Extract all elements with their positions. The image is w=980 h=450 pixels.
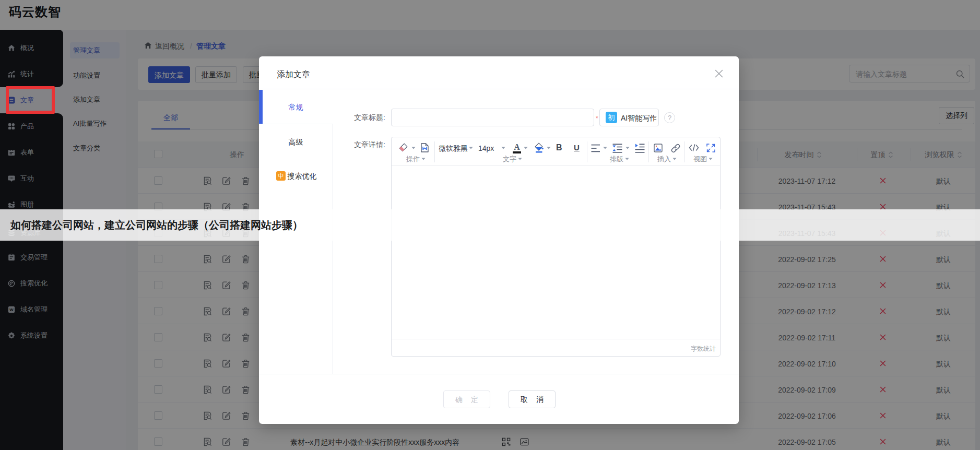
dropdown-caret-icon bbox=[672, 158, 677, 160]
dialog-tab-seo[interactable]: 中搜索优化 bbox=[259, 159, 333, 193]
article-title-input[interactable] bbox=[391, 109, 594, 126]
dropdown-caret-icon[interactable] bbox=[547, 147, 551, 149]
dialog-header-border bbox=[259, 89, 739, 89]
toolbar-divider bbox=[648, 141, 649, 162]
background-color-icon[interactable] bbox=[534, 143, 544, 153]
dropdown-caret-icon[interactable] bbox=[603, 147, 607, 149]
group-insert[interactable]: 插入 bbox=[657, 155, 677, 164]
editor-content-area[interactable] bbox=[392, 166, 720, 339]
dialog-active-tab-bottom-border bbox=[259, 124, 333, 124]
seo-zhong-icon: 中 bbox=[276, 171, 286, 181]
article-title-label: 文章标题: bbox=[337, 113, 385, 123]
group-label: 插入 bbox=[657, 155, 671, 163]
word-import-icon[interactable] bbox=[421, 143, 429, 152]
annotation-highlight-box bbox=[6, 86, 55, 114]
close-icon[interactable] bbox=[714, 69, 724, 78]
confirm-button[interactable]: 确 定 bbox=[443, 390, 490, 408]
insert-image-icon[interactable] bbox=[654, 144, 663, 152]
group-label: 视图 bbox=[693, 155, 707, 163]
help-icon[interactable]: ? bbox=[664, 112, 675, 123]
group-text[interactable]: 文字 bbox=[503, 155, 522, 164]
ai-chu-icon: 初 bbox=[606, 112, 617, 123]
word-count-label: 字数统计 bbox=[691, 345, 716, 353]
group-operations[interactable]: 操作 bbox=[406, 155, 426, 164]
dropdown-caret-icon bbox=[625, 158, 629, 160]
indent-list-icon[interactable] bbox=[635, 144, 645, 153]
font-size-select[interactable]: 14px bbox=[478, 144, 494, 152]
font-color-icon[interactable]: A bbox=[513, 143, 521, 152]
tooltip-text: 如何搭建公司网站，建立公司网站的步骤（公司搭建网站步骤） bbox=[10, 218, 303, 232]
toolbar-divider bbox=[434, 141, 435, 162]
rich-text-editor: 微软雅黑 14px A B U 操作 文字 排版 插入 bbox=[391, 137, 721, 357]
editor-footer: 字数统计 bbox=[392, 339, 720, 356]
title-tooltip-strip: 如何搭建公司网站，建立公司网站的步骤（公司搭建网站步骤） bbox=[0, 209, 980, 241]
dropdown-caret-icon bbox=[518, 158, 522, 160]
group-label: 文字 bbox=[503, 155, 516, 163]
underline-icon[interactable]: U bbox=[574, 143, 580, 152]
group-view[interactable]: 视图 bbox=[693, 155, 713, 164]
dropdown-caret-icon bbox=[709, 158, 713, 160]
ai-writing-button[interactable]: 初 AI智能写作 bbox=[599, 109, 659, 126]
group-layout[interactable]: 排版 bbox=[610, 155, 629, 164]
article-detail-label: 文章详情: bbox=[337, 140, 385, 150]
toolbar-divider bbox=[684, 141, 685, 162]
dialog-title: 添加文章 bbox=[277, 69, 310, 80]
group-label: 操作 bbox=[406, 155, 420, 163]
code-view-icon[interactable] bbox=[689, 144, 699, 152]
dropdown-caret-icon bbox=[421, 158, 426, 160]
eraser-icon[interactable] bbox=[399, 143, 408, 152]
insert-link-icon[interactable] bbox=[671, 144, 680, 153]
dialog-tab-seo-label: 搜索优化 bbox=[288, 172, 317, 180]
dialog-tab-general[interactable]: 常规 bbox=[259, 90, 333, 124]
fullscreen-icon[interactable] bbox=[706, 144, 715, 152]
bold-icon[interactable]: B bbox=[556, 143, 562, 152]
dropdown-caret-icon[interactable] bbox=[501, 147, 505, 149]
dialog-footer-border bbox=[259, 374, 739, 374]
line-height-icon[interactable] bbox=[612, 144, 622, 153]
dropdown-caret-icon[interactable] bbox=[625, 147, 630, 149]
align-icon[interactable] bbox=[591, 144, 600, 152]
dropdown-caret-icon[interactable] bbox=[411, 147, 416, 149]
ai-writing-label: AI智能写作 bbox=[621, 114, 657, 123]
dropdown-caret-icon[interactable] bbox=[524, 147, 528, 149]
cancel-button[interactable]: 取 消 bbox=[509, 390, 556, 408]
group-label: 排版 bbox=[610, 155, 623, 163]
editor-toolbar: 微软雅黑 14px A B U 操作 文字 排版 插入 bbox=[392, 137, 720, 165]
font-family-select[interactable]: 微软雅黑 bbox=[439, 144, 468, 153]
dropdown-caret-icon[interactable] bbox=[469, 147, 473, 149]
dialog-tab-rail-border bbox=[333, 124, 333, 374]
toolbar-divider bbox=[587, 141, 587, 162]
required-mark: * bbox=[596, 115, 598, 122]
dialog-tab-advanced[interactable]: 高级 bbox=[259, 125, 333, 159]
